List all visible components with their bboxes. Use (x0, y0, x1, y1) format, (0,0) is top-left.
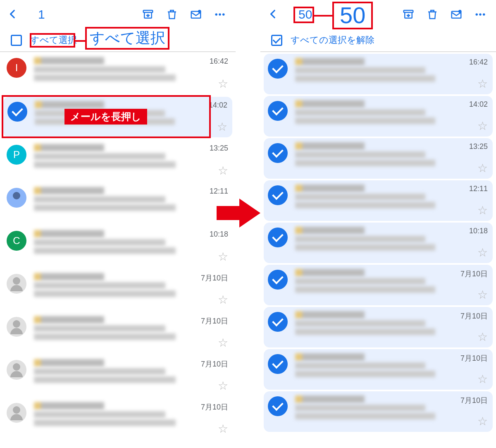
header: 1 (0, 0, 236, 29)
mail-item[interactable]: 7月10日☆ (264, 307, 493, 347)
mark-unread-icon[interactable] (186, 5, 206, 24)
timestamp: 13:25 (210, 144, 228, 153)
mail-item[interactable]: 7月10日☆ (0, 311, 236, 354)
mail-item[interactable]: 7月10日☆ (264, 265, 493, 305)
checkmark-icon[interactable] (268, 59, 288, 79)
timestamp: 14:02 (209, 101, 227, 110)
mail-item[interactable]: 7月10日☆ (0, 268, 236, 311)
mail-item[interactable]: 14:02☆ (3, 97, 232, 137)
mail-item[interactable]: 12:11☆ (264, 180, 493, 221)
star-icon[interactable]: ☆ (477, 289, 488, 301)
star-icon[interactable]: ☆ (217, 121, 227, 133)
timestamp: 7月10日 (460, 395, 488, 405)
deselect-all-checkbox[interactable] (271, 35, 282, 46)
trash-icon[interactable] (422, 5, 442, 24)
star-icon[interactable]: ☆ (218, 380, 228, 392)
mail-meta: 7月10日☆ (195, 316, 228, 349)
svg-point-4 (219, 13, 221, 16)
mail-item[interactable]: 7月10日☆ (264, 349, 493, 390)
checkmark-icon[interactable] (268, 270, 288, 290)
timestamp: 13:25 (469, 142, 488, 151)
star-icon[interactable]: ☆ (218, 165, 228, 177)
svg-point-10 (479, 13, 482, 16)
archive-icon[interactable] (398, 5, 418, 24)
more-icon[interactable] (470, 5, 490, 24)
star-icon[interactable]: ☆ (218, 337, 228, 349)
avatar[interactable]: C (7, 231, 26, 251)
trash-icon[interactable] (162, 5, 182, 24)
screen-before: 1 すべて選択 I16:42☆14:02☆P13:25☆12:11☆C10:18… (0, 0, 236, 448)
timestamp: 7月10日 (460, 311, 488, 321)
mail-meta: 13:25☆ (455, 142, 488, 174)
checkmark-icon[interactable] (268, 396, 288, 416)
selection-count: 50 (298, 7, 315, 22)
timestamp: 12:11 (210, 187, 228, 196)
selection-count: 1 (38, 7, 55, 22)
checkmark-icon[interactable] (268, 312, 288, 332)
timestamp: 7月10日 (201, 273, 228, 283)
star-icon[interactable]: ☆ (218, 78, 228, 90)
select-all-checkbox[interactable] (11, 35, 22, 46)
archive-icon[interactable] (138, 5, 158, 24)
star-icon[interactable]: ☆ (218, 208, 228, 220)
deselect-all-row[interactable]: すべての選択を解除 (260, 29, 496, 52)
avatar[interactable]: P (7, 145, 26, 165)
mail-item[interactable]: 7月10日☆ (0, 354, 236, 397)
mail-meta: 7月10日☆ (455, 395, 488, 427)
star-icon[interactable]: ☆ (477, 416, 488, 427)
star-icon[interactable]: ☆ (477, 163, 488, 174)
mail-preview (295, 353, 447, 385)
mail-preview (34, 230, 188, 263)
more-icon[interactable] (210, 5, 230, 24)
avatar-placeholder-icon[interactable] (7, 403, 26, 423)
mail-item[interactable]: 16:42☆ (264, 54, 493, 94)
mail-preview (295, 100, 447, 132)
timestamp: 7月10日 (201, 359, 228, 369)
avatar[interactable]: I (7, 58, 26, 78)
timestamp: 7月10日 (201, 402, 228, 412)
checkmark-icon[interactable] (268, 143, 288, 163)
star-icon[interactable]: ☆ (218, 423, 228, 435)
mail-preview (34, 187, 188, 220)
star-icon[interactable]: ☆ (477, 374, 488, 385)
star-icon[interactable]: ☆ (477, 247, 488, 259)
checkmark-icon[interactable] (268, 101, 288, 121)
avatar-placeholder-icon[interactable] (7, 274, 26, 294)
avatar-placeholder-icon[interactable] (7, 317, 26, 337)
mail-item[interactable]: P13:25☆ (0, 139, 236, 182)
mail-item[interactable]: I16:42☆ (0, 52, 236, 95)
timestamp: 12:11 (469, 184, 488, 193)
timestamp: 14:02 (469, 100, 488, 109)
mail-item[interactable]: 12:11☆ (0, 182, 236, 225)
svg-point-9 (476, 13, 478, 16)
star-icon[interactable]: ☆ (218, 294, 228, 306)
checkmark-icon[interactable] (268, 228, 288, 247)
checkmark-icon[interactable] (7, 102, 27, 122)
mail-meta: 7月10日☆ (195, 402, 228, 435)
star-icon[interactable]: ☆ (477, 120, 488, 132)
avatar-placeholder-icon[interactable] (7, 360, 26, 380)
timestamp: 16:42 (469, 58, 488, 67)
mark-unread-icon[interactable] (446, 5, 466, 24)
avatar[interactable] (7, 188, 26, 208)
timestamp: 7月10日 (460, 353, 488, 363)
mail-item[interactable]: 10:18☆ (264, 223, 493, 263)
mail-meta: 12:11☆ (195, 187, 228, 220)
back-button[interactable] (6, 7, 20, 23)
mail-item[interactable]: 13:25☆ (264, 138, 493, 179)
select-all-row[interactable]: すべて選択 (0, 29, 236, 52)
mail-item[interactable]: C10:18☆ (0, 225, 236, 268)
mail-item[interactable]: 14:02☆ (264, 96, 493, 137)
mail-item[interactable]: 7月10日☆ (0, 397, 236, 440)
star-icon[interactable]: ☆ (477, 78, 488, 90)
mail-item[interactable]: 7月10日☆ (264, 391, 493, 432)
mail-meta: 7月10日☆ (195, 359, 228, 392)
checkmark-icon[interactable] (268, 354, 288, 374)
back-button[interactable] (266, 7, 280, 23)
star-icon[interactable]: ☆ (218, 251, 228, 263)
checkmark-icon[interactable] (268, 185, 288, 205)
mail-meta: 14:02☆ (194, 101, 227, 133)
star-icon[interactable]: ☆ (477, 331, 488, 343)
mail-meta: 7月10日☆ (455, 353, 488, 385)
star-icon[interactable]: ☆ (477, 205, 488, 216)
